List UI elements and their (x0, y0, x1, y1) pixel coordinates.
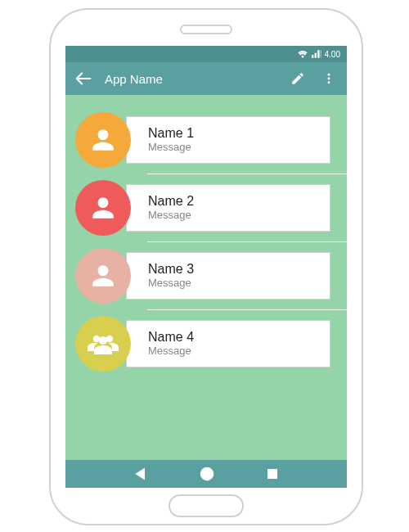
phone-frame: 4.00 App Name Name 1MessageName 2Message… (49, 8, 363, 525)
group-avatar-icon (75, 316, 131, 372)
status-bar: 4.00 (65, 46, 347, 62)
contact-row[interactable]: Name 2Message (65, 178, 347, 238)
contact-message: Message (148, 345, 330, 358)
contact-row[interactable]: Name 3Message (65, 246, 347, 306)
contact-name: Name 1 (148, 126, 330, 141)
person-avatar-icon (75, 112, 131, 168)
app-title: App Name (105, 72, 276, 86)
contact-row[interactable]: Name 1Message (65, 110, 347, 170)
contact-card: Name 3Message (126, 252, 330, 300)
person-avatar-icon (75, 180, 131, 236)
nav-back-icon[interactable] (133, 466, 149, 482)
row-separator (147, 174, 347, 174)
svg-rect-7 (267, 469, 277, 479)
screen: 4.00 App Name Name 1MessageName 2Message… (65, 46, 347, 488)
svg-point-2 (328, 81, 330, 83)
phone-speaker (180, 25, 232, 34)
contact-message: Message (148, 142, 330, 154)
nav-recent-icon[interactable] (265, 467, 280, 481)
contact-card: Name 4Message (126, 320, 330, 367)
edit-icon[interactable] (288, 69, 308, 88)
contact-card: Name 1Message (126, 116, 330, 164)
svg-point-6 (200, 467, 214, 481)
system-nav-bar (65, 460, 347, 488)
contact-message: Message (148, 210, 330, 222)
signal-icon (312, 50, 321, 58)
contact-card: Name 2Message (126, 184, 330, 232)
contact-message: Message (148, 277, 330, 290)
contact-name: Name 4 (148, 330, 330, 345)
person-avatar-icon (75, 248, 131, 304)
svg-point-4 (106, 336, 113, 342)
nav-home-icon[interactable] (198, 465, 216, 483)
svg-point-0 (328, 74, 330, 76)
contact-row[interactable]: Name 4Message (65, 313, 347, 374)
app-bar: App Name (65, 62, 347, 95)
wifi-icon (297, 50, 308, 58)
contact-name: Name 3 (148, 262, 330, 277)
contact-list: Name 1MessageName 2MessageName 3MessageN… (65, 95, 347, 374)
svg-point-3 (93, 336, 100, 342)
svg-point-5 (99, 336, 107, 345)
back-icon[interactable] (74, 69, 93, 88)
svg-point-1 (328, 78, 330, 80)
contact-name: Name 2 (148, 194, 330, 209)
clock-text: 4.00 (325, 50, 340, 59)
row-separator (147, 309, 347, 310)
overflow-menu-icon[interactable] (319, 69, 339, 88)
phone-home-button (169, 494, 244, 517)
row-separator (147, 241, 347, 242)
